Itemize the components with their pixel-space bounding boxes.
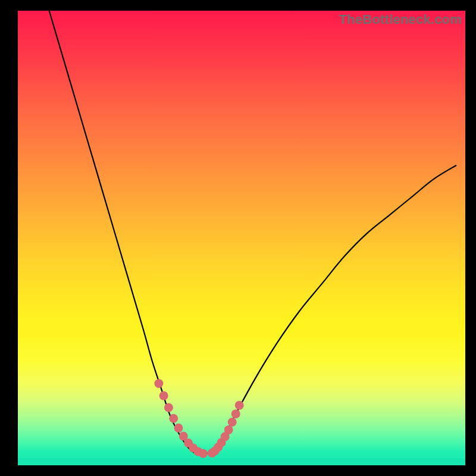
highlight-dot: [235, 401, 244, 410]
marker-layer: [18, 11, 465, 465]
plot-area: TheBottleneck.com: [18, 11, 465, 465]
highlight-dot: [159, 392, 168, 400]
highlight-dot: [231, 409, 240, 418]
highlight-dot: [169, 414, 178, 423]
highlight-dot: [164, 403, 173, 412]
highlight-markers: [154, 379, 243, 458]
chart-frame: TheBottleneck.com: [0, 0, 476, 476]
highlight-dot: [174, 424, 183, 433]
highlight-dot: [199, 449, 208, 458]
highlight-dot: [228, 418, 237, 427]
highlight-dot: [224, 425, 233, 434]
highlight-dot: [154, 379, 163, 388]
